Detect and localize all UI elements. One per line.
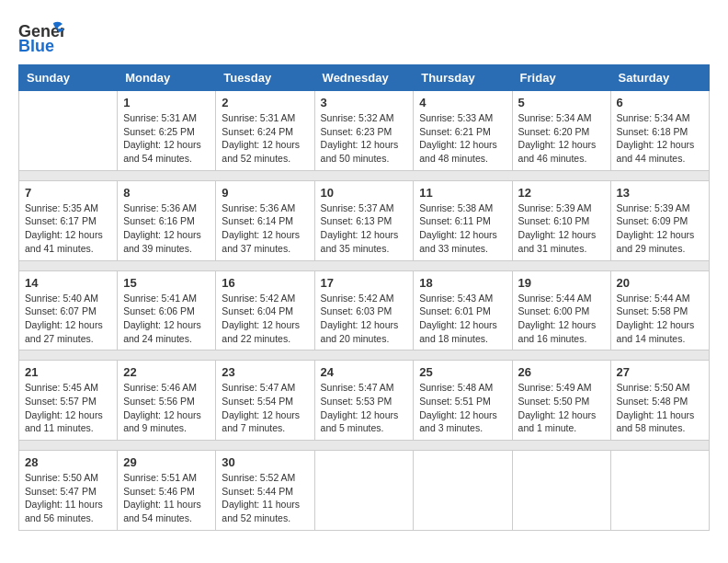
calendar-cell: 30Sunrise: 5:52 AM Sunset: 5:44 PM Dayli…	[216, 451, 314, 531]
calendar-cell: 6Sunrise: 5:34 AM Sunset: 6:18 PM Daylig…	[610, 91, 709, 171]
day-number: 15	[123, 276, 210, 290]
calendar-cell: 17Sunrise: 5:42 AM Sunset: 6:03 PM Dayli…	[314, 270, 414, 350]
day-info: Sunrise: 5:42 AM Sunset: 6:03 PM Dayligh…	[321, 292, 408, 346]
calendar-cell: 27Sunrise: 5:50 AM Sunset: 5:48 PM Dayli…	[610, 361, 709, 441]
day-number: 23	[222, 365, 308, 379]
row-separator	[19, 350, 710, 361]
day-number: 19	[518, 276, 605, 290]
day-info: Sunrise: 5:39 AM Sunset: 6:10 PM Dayligh…	[518, 201, 605, 256]
column-header-tuesday: Tuesday	[216, 65, 314, 91]
calendar-cell: 28Sunrise: 5:50 AM Sunset: 5:47 PM Dayli…	[19, 451, 118, 531]
calendar-cell: 23Sunrise: 5:47 AM Sunset: 5:54 PM Dayli…	[216, 361, 314, 441]
day-info: Sunrise: 5:50 AM Sunset: 5:48 PM Dayligh…	[617, 381, 703, 435]
calendar-cell: 22Sunrise: 5:46 AM Sunset: 5:56 PM Dayli…	[118, 361, 216, 441]
day-info: Sunrise: 5:47 AM Sunset: 5:54 PM Dayligh…	[222, 381, 308, 435]
calendar-cell: 12Sunrise: 5:39 AM Sunset: 6:10 PM Dayli…	[512, 180, 610, 260]
day-info: Sunrise: 5:44 AM Sunset: 6:00 PM Dayligh…	[518, 292, 605, 346]
calendar-cell: 7Sunrise: 5:35 AM Sunset: 6:17 PM Daylig…	[19, 180, 118, 260]
day-number: 4	[419, 96, 506, 109]
day-number: 7	[25, 186, 111, 200]
calendar-cell: 1Sunrise: 5:31 AM Sunset: 6:25 PM Daylig…	[118, 91, 216, 171]
column-header-thursday: Thursday	[414, 65, 512, 91]
day-info: Sunrise: 5:32 AM Sunset: 6:23 PM Dayligh…	[321, 111, 408, 166]
day-number: 28	[25, 455, 111, 469]
calendar-cell: 10Sunrise: 5:37 AM Sunset: 6:13 PM Dayli…	[314, 180, 414, 260]
day-info: Sunrise: 5:36 AM Sunset: 6:14 PM Dayligh…	[222, 201, 308, 256]
calendar-cell: 5Sunrise: 5:34 AM Sunset: 6:20 PM Daylig…	[512, 91, 610, 171]
calendar-week-2: 7Sunrise: 5:35 AM Sunset: 6:17 PM Daylig…	[19, 180, 710, 260]
calendar-cell: 24Sunrise: 5:47 AM Sunset: 5:53 PM Dayli…	[314, 361, 414, 441]
day-info: Sunrise: 5:36 AM Sunset: 6:16 PM Dayligh…	[123, 201, 210, 256]
calendar-cell: 14Sunrise: 5:40 AM Sunset: 6:07 PM Dayli…	[19, 270, 118, 350]
day-number: 11	[419, 186, 506, 200]
day-info: Sunrise: 5:50 AM Sunset: 5:47 PM Dayligh…	[25, 471, 111, 525]
day-number: 5	[518, 96, 605, 109]
calendar-cell	[19, 91, 118, 171]
day-number: 1	[123, 96, 210, 109]
logo: General Blue	[18, 18, 64, 55]
day-info: Sunrise: 5:42 AM Sunset: 6:04 PM Dayligh…	[222, 292, 308, 346]
day-number: 9	[222, 186, 308, 200]
day-number: 29	[123, 455, 210, 469]
row-separator	[19, 441, 710, 451]
day-info: Sunrise: 5:34 AM Sunset: 6:20 PM Dayligh…	[518, 111, 605, 166]
calendar-week-1: 1Sunrise: 5:31 AM Sunset: 6:25 PM Daylig…	[19, 91, 710, 171]
day-number: 13	[617, 186, 703, 200]
svg-text:Blue: Blue	[18, 37, 54, 55]
day-info: Sunrise: 5:41 AM Sunset: 6:06 PM Dayligh…	[123, 292, 210, 346]
day-number: 3	[321, 96, 408, 109]
calendar-cell: 11Sunrise: 5:38 AM Sunset: 6:11 PM Dayli…	[414, 180, 512, 260]
column-header-monday: Monday	[118, 65, 216, 91]
day-info: Sunrise: 5:37 AM Sunset: 6:13 PM Dayligh…	[321, 201, 408, 256]
row-separator	[19, 260, 710, 270]
calendar-cell: 15Sunrise: 5:41 AM Sunset: 6:06 PM Dayli…	[118, 270, 216, 350]
day-number: 17	[321, 276, 408, 290]
day-number: 2	[222, 96, 308, 109]
day-info: Sunrise: 5:44 AM Sunset: 5:58 PM Dayligh…	[617, 292, 703, 346]
calendar-cell: 8Sunrise: 5:36 AM Sunset: 6:16 PM Daylig…	[118, 180, 216, 260]
day-info: Sunrise: 5:49 AM Sunset: 5:50 PM Dayligh…	[518, 381, 605, 435]
calendar-cell	[314, 451, 414, 531]
calendar-cell	[512, 451, 610, 531]
calendar-cell: 16Sunrise: 5:42 AM Sunset: 6:04 PM Dayli…	[216, 270, 314, 350]
day-number: 27	[617, 365, 703, 379]
calendar-week-5: 28Sunrise: 5:50 AM Sunset: 5:47 PM Dayli…	[19, 451, 710, 531]
calendar-cell: 25Sunrise: 5:48 AM Sunset: 5:51 PM Dayli…	[414, 361, 512, 441]
day-info: Sunrise: 5:46 AM Sunset: 5:56 PM Dayligh…	[123, 381, 210, 435]
calendar-header: SundayMondayTuesdayWednesdayThursdayFrid…	[19, 65, 710, 91]
day-info: Sunrise: 5:35 AM Sunset: 6:17 PM Dayligh…	[25, 201, 111, 256]
day-info: Sunrise: 5:43 AM Sunset: 6:01 PM Dayligh…	[419, 292, 506, 346]
day-info: Sunrise: 5:52 AM Sunset: 5:44 PM Dayligh…	[222, 471, 308, 525]
day-number: 30	[222, 455, 308, 469]
calendar-cell	[610, 451, 709, 531]
day-number: 6	[617, 96, 703, 109]
column-header-wednesday: Wednesday	[314, 65, 414, 91]
day-number: 8	[123, 186, 210, 200]
day-info: Sunrise: 5:48 AM Sunset: 5:51 PM Dayligh…	[419, 381, 506, 435]
day-number: 26	[518, 365, 605, 379]
day-info: Sunrise: 5:31 AM Sunset: 6:24 PM Dayligh…	[222, 111, 308, 166]
calendar-cell: 26Sunrise: 5:49 AM Sunset: 5:50 PM Dayli…	[512, 361, 610, 441]
calendar-cell: 3Sunrise: 5:32 AM Sunset: 6:23 PM Daylig…	[314, 91, 414, 171]
day-info: Sunrise: 5:47 AM Sunset: 5:53 PM Dayligh…	[321, 381, 408, 435]
column-header-sunday: Sunday	[19, 65, 118, 91]
column-header-saturday: Saturday	[610, 65, 709, 91]
day-number: 10	[321, 186, 408, 200]
calendar-week-3: 14Sunrise: 5:40 AM Sunset: 6:07 PM Dayli…	[19, 270, 710, 350]
calendar-table: SundayMondayTuesdayWednesdayThursdayFrid…	[18, 64, 710, 531]
column-header-friday: Friday	[512, 65, 610, 91]
day-info: Sunrise: 5:31 AM Sunset: 6:25 PM Dayligh…	[123, 111, 210, 166]
day-number: 25	[419, 365, 506, 379]
calendar-cell: 21Sunrise: 5:45 AM Sunset: 5:57 PM Dayli…	[19, 361, 118, 441]
calendar-cell: 9Sunrise: 5:36 AM Sunset: 6:14 PM Daylig…	[216, 180, 314, 260]
day-number: 24	[321, 365, 408, 379]
day-info: Sunrise: 5:45 AM Sunset: 5:57 PM Dayligh…	[25, 381, 111, 435]
calendar-cell: 13Sunrise: 5:39 AM Sunset: 6:09 PM Dayli…	[610, 180, 709, 260]
day-number: 18	[419, 276, 506, 290]
page-header: General Blue	[18, 18, 710, 55]
calendar-cell	[414, 451, 512, 531]
row-separator	[19, 170, 710, 180]
day-info: Sunrise: 5:34 AM Sunset: 6:18 PM Dayligh…	[617, 111, 703, 166]
calendar-cell: 4Sunrise: 5:33 AM Sunset: 6:21 PM Daylig…	[414, 91, 512, 171]
day-info: Sunrise: 5:38 AM Sunset: 6:11 PM Dayligh…	[419, 201, 506, 256]
